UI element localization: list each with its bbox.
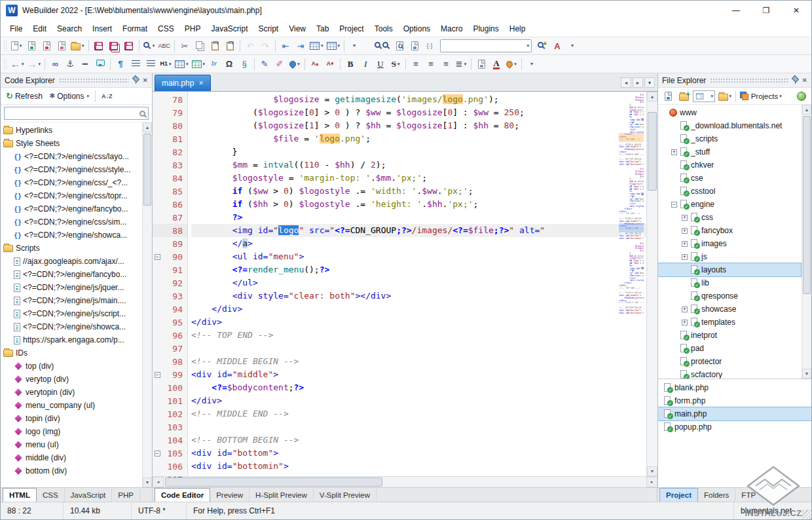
menu-item-format[interactable]: Format bbox=[117, 22, 153, 36]
copy-button[interactable] bbox=[193, 39, 207, 54]
gutter-line-87[interactable]: 87 bbox=[153, 211, 187, 224]
scrollbar-thumb[interactable] bbox=[648, 112, 657, 191]
refresh-button[interactable]: ↻ Refresh bbox=[3, 90, 45, 102]
project-tree-item-cse[interactable]: cse bbox=[658, 172, 801, 185]
forward-button[interactable]: →▾ bbox=[26, 56, 43, 71]
code-line-81[interactable]: $file = 'logo.png'; bbox=[191, 132, 646, 145]
gutter-line-86[interactable]: 86 bbox=[153, 198, 187, 211]
frames-button[interactable]: ▾ bbox=[325, 39, 342, 54]
tab-close-icon[interactable]: ✕ bbox=[198, 80, 204, 86]
menu-item-help[interactable]: Help bbox=[504, 22, 531, 36]
align-left-button[interactable]: ≡ bbox=[409, 56, 423, 71]
paste-button[interactable] bbox=[208, 39, 222, 54]
code-tree-item-ids[interactable]: IDs bbox=[1, 346, 141, 360]
code-line-89[interactable]: </a> bbox=[191, 237, 646, 250]
menu-item-javascript[interactable]: JavaScript bbox=[206, 22, 253, 36]
menu-item-project[interactable]: Project bbox=[334, 22, 369, 36]
code-tree-item-cdn-engine-js-jquer[interactable]: <?=CDN;?>/engine/js/jquer... bbox=[1, 281, 141, 294]
code-tree-item-ajax-googleapis-com-ajax[interactable]: //ajax.googleapis.com/ajax/... bbox=[1, 255, 141, 268]
underline-button[interactable]: U bbox=[373, 56, 388, 71]
search-input[interactable] bbox=[4, 107, 149, 120]
tab-css[interactable]: CSS bbox=[37, 488, 65, 502]
scroll-down-icon[interactable]: ▼ bbox=[802, 369, 811, 379]
project-tree-item-templates[interactable]: +templates bbox=[658, 316, 801, 329]
code-tree-item-cdn-engine-css-topr[interactable]: {}<?=CDN;?>/engine/css/topr... bbox=[1, 189, 141, 202]
code-line-80[interactable]: ($logosize[1] > 0 ) ? $hh = $logosize[1]… bbox=[191, 119, 646, 132]
code-line-82[interactable]: } bbox=[191, 145, 646, 158]
zoom-in-button[interactable]: + bbox=[535, 39, 549, 54]
code-line-93[interactable]: <div style="clear: both"></div> bbox=[191, 289, 646, 303]
synchronize-button[interactable] bbox=[661, 88, 675, 103]
tab-h-split-preview[interactable]: H-Split Preview bbox=[249, 488, 314, 502]
expand-toggle-icon[interactable]: + bbox=[682, 215, 688, 221]
code-tree-item-cdn-engine-css[interactable]: {}<?=CDN;?>/engine/css/_<?... bbox=[1, 176, 141, 189]
project-tree-item-images[interactable]: +images bbox=[658, 237, 801, 250]
scrollbar-thumb[interactable] bbox=[165, 477, 382, 487]
code-tree-item-cdn-engine-fancybo[interactable]: <?=CDN;?>/engine/fancybo... bbox=[1, 268, 141, 281]
code-line-78[interactable]: $logosize = getimagesize('images/logo.pn… bbox=[191, 93, 646, 106]
code-tree-item-cdn-engine-showca[interactable]: {}<?=CDN;?>/engine/showca... bbox=[1, 229, 141, 242]
code-line-87[interactable]: ?> bbox=[191, 211, 646, 224]
tab-list-icon[interactable]: ▾ bbox=[644, 77, 655, 88]
gutter-line-93[interactable]: 93 bbox=[153, 289, 187, 303]
code-line-94[interactable]: </div> bbox=[191, 303, 646, 316]
gutter-line-104[interactable]: 104 bbox=[153, 434, 187, 447]
edit-table-button[interactable]: ▾ bbox=[308, 39, 325, 54]
gutter-line-83[interactable]: 83 bbox=[153, 158, 187, 172]
gutter-line-90[interactable]: −90 bbox=[153, 250, 187, 263]
gutter-line-102[interactable]: 102 bbox=[153, 407, 187, 420]
gutter-line-96[interactable]: 96 bbox=[153, 329, 187, 342]
folder-menu-button[interactable]: ▾ bbox=[717, 88, 732, 103]
file-item-form-php[interactable]: form.php bbox=[658, 394, 811, 407]
code-tree-item-hyperlinks[interactable]: Hyperlinks bbox=[1, 124, 141, 137]
project-tree-item-qresponse[interactable]: qresponse bbox=[658, 289, 801, 303]
project-tree-item-fancybox[interactable]: +fancybox bbox=[658, 224, 801, 237]
project-tree-item-protector[interactable]: protector bbox=[658, 355, 801, 368]
expand-toggle-icon[interactable]: + bbox=[682, 306, 688, 312]
align-center-button[interactable]: ≡ bbox=[424, 56, 438, 71]
code-line-100[interactable]: <?=$bodycontent;?> bbox=[191, 381, 646, 394]
menu-item-file[interactable]: File bbox=[5, 22, 28, 36]
reopen-file-button[interactable]: ▾ bbox=[69, 39, 86, 54]
new-from-template-button[interactable] bbox=[39, 39, 54, 54]
open-file-button[interactable] bbox=[24, 39, 39, 54]
gutter-line-101[interactable]: 101 bbox=[153, 394, 187, 407]
heading-button[interactable]: H1▾ bbox=[158, 56, 173, 71]
scroll-up-icon[interactable]: ▲ bbox=[143, 122, 152, 132]
toolbar-grip[interactable] bbox=[3, 40, 7, 52]
decrease-font-button[interactable]: A▾ bbox=[323, 56, 337, 71]
indent-button[interactable]: ⇥ bbox=[293, 39, 308, 54]
code-tree-item-topin-div[interactable]: topin (div) bbox=[1, 412, 141, 425]
browse-file-button[interactable] bbox=[407, 39, 422, 54]
code-tree-item-scripts[interactable]: Scripts bbox=[1, 242, 141, 255]
new-folder-button[interactable]: + bbox=[676, 88, 691, 103]
inline-code-button[interactable]: § bbox=[237, 56, 251, 71]
align-right-button[interactable]: ≡ bbox=[439, 56, 453, 71]
file-item-popup-php[interactable]: popup.php bbox=[658, 420, 811, 434]
bullet-list-button[interactable] bbox=[128, 56, 143, 71]
scroll-up-icon[interactable]: ▲ bbox=[802, 105, 811, 115]
toolbar-more-button[interactable]: ▾ bbox=[347, 39, 361, 54]
scrollbar-thumb[interactable] bbox=[143, 134, 151, 206]
gutter-line-88[interactable]: 88 bbox=[153, 224, 187, 237]
tab-javascript[interactable]: JavaScript bbox=[65, 488, 113, 502]
code-tree-item-cdn-engine-js-main[interactable]: <?=CDN;?>/engine/js/main.... bbox=[1, 294, 141, 307]
code-snippets-button[interactable]: {·} bbox=[422, 39, 437, 54]
hyperlink-button[interactable]: ∞ bbox=[48, 56, 62, 71]
horizontal-rule-button[interactable]: ━ bbox=[78, 56, 92, 71]
panel-grip[interactable] bbox=[59, 78, 128, 83]
paste-as-html-button[interactable] bbox=[223, 39, 237, 54]
scroll-right-icon[interactable]: ▸ bbox=[646, 477, 657, 487]
maximize-button[interactable]: ❐ bbox=[751, 1, 781, 20]
code-line-92[interactable]: </ul> bbox=[191, 276, 646, 289]
code-line-104[interactable]: <!-- BOTTOM BEGIN --> bbox=[191, 434, 646, 447]
code-line-106[interactable]: <div id="bottomin"> bbox=[191, 460, 646, 473]
code-tree-item-https-spark-engaga-com-p[interactable]: https://spark.engaga.com/p... bbox=[1, 333, 141, 346]
sort-az-button[interactable]: A↓Z bbox=[99, 92, 115, 101]
toolbar-grip[interactable] bbox=[3, 58, 7, 70]
view-menu-button[interactable]: ▾ bbox=[565, 39, 580, 54]
menu-item-css[interactable]: CSS bbox=[153, 22, 179, 36]
gutter-line-91[interactable]: 91 bbox=[153, 263, 187, 276]
project-tree-item-inetprot[interactable]: inetprot bbox=[658, 329, 801, 342]
anchor-button[interactable]: ⚓ bbox=[63, 56, 77, 71]
